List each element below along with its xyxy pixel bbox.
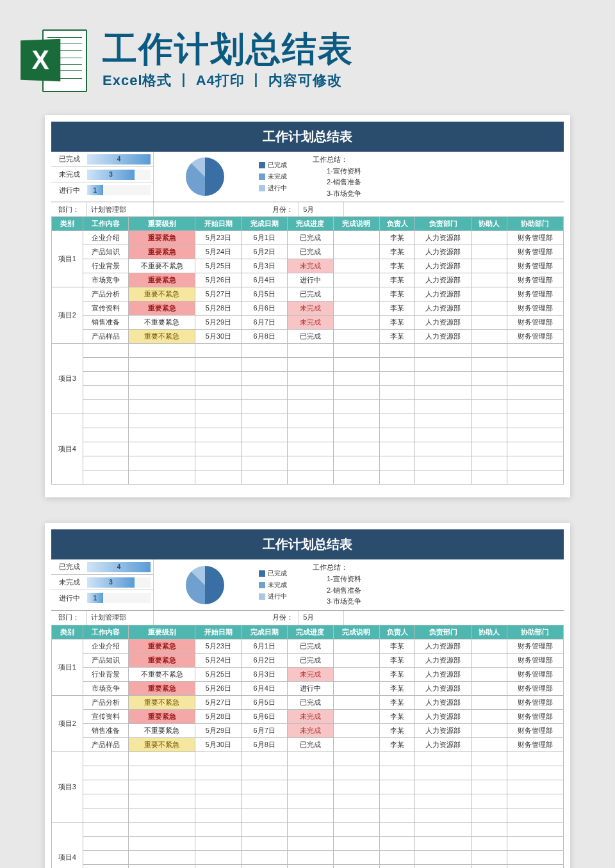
cell-start <box>195 850 242 864</box>
page-title: 工作计划总结表 <box>102 31 596 66</box>
column-header: 开始日期 <box>195 625 242 639</box>
cell-start: 5月30日 <box>195 330 242 344</box>
cell-helpdept <box>507 864 563 868</box>
cell-start: 5月26日 <box>195 273 242 287</box>
cell-dept <box>415 442 472 456</box>
cell-helpdept <box>507 470 563 485</box>
cell-content: 企业介绍 <box>83 231 129 245</box>
cell-helper <box>472 372 507 386</box>
cell-importance <box>129 751 195 766</box>
pie-icon <box>186 566 224 604</box>
cell-helper <box>472 273 507 287</box>
cell-start: 5月26日 <box>195 681 242 695</box>
cell-dept <box>415 428 472 442</box>
cell-start: 5月28日 <box>195 301 242 316</box>
cell-content <box>83 400 129 414</box>
category-cell: 项目2 <box>52 287 83 344</box>
cell-start <box>195 428 242 442</box>
cell-owner: 李某 <box>379 301 415 316</box>
cell-progress <box>288 808 334 822</box>
page-subtitle: Excel格式 丨 A4打印 丨 内容可修改 <box>102 71 596 90</box>
cell-content <box>83 442 129 456</box>
cell-progress: 已完成 <box>288 653 334 667</box>
cell-note <box>333 344 379 358</box>
cell-note <box>333 372 379 386</box>
cell-helper <box>472 695 507 709</box>
column-header: 工作内容 <box>83 217 129 231</box>
cell-content <box>83 864 129 868</box>
cell-owner <box>379 428 415 442</box>
cell-content: 产品样品 <box>83 737 129 751</box>
cell-importance <box>129 358 195 372</box>
cell-helpdept: 财务管理部 <box>507 709 563 723</box>
work-summary: 工作总结： 1-宣传资料 2-销售准备 3-市场竞争 <box>308 152 564 202</box>
pie-chart <box>154 152 256 202</box>
cell-importance <box>129 456 195 470</box>
cell-importance: 重要紧急 <box>129 301 195 316</box>
legend-swatch <box>259 582 265 588</box>
cell-start: 5月27日 <box>195 695 242 709</box>
cell-helpdept <box>507 751 563 766</box>
cell-helpdept: 财务管理部 <box>507 330 563 344</box>
cell-helpdept <box>507 794 563 808</box>
column-header: 类别 <box>52 217 83 231</box>
table-row: 市场竞争重要紧急5月26日6月4日进行中李某人力资源部财务管理部 <box>52 681 564 695</box>
cell-helper <box>472 822 507 836</box>
cell-content: 产品分析 <box>83 695 129 709</box>
cell-helper <box>472 681 507 695</box>
cell-end: 6月5日 <box>242 287 288 301</box>
cell-start <box>195 442 242 456</box>
cell-note <box>333 414 379 428</box>
cell-owner: 李某 <box>379 709 415 723</box>
column-header: 完成说明 <box>333 217 379 231</box>
cell-note <box>333 667 379 681</box>
cell-dept: 人力资源部 <box>415 639 472 653</box>
cell-note <box>333 470 379 485</box>
column-header: 协助部门 <box>507 625 563 639</box>
status-bar: 1 <box>87 185 151 195</box>
cell-helpdept <box>507 766 563 780</box>
cell-helper <box>472 287 507 301</box>
cell-dept <box>415 456 472 470</box>
cell-dept: 人力资源部 <box>415 737 472 751</box>
status-bars: 已完成4未完成3进行中1 <box>51 152 154 202</box>
status-bar-value: 3 <box>87 170 135 180</box>
cell-owner <box>379 470 415 485</box>
cell-progress: 未完成 <box>288 667 334 681</box>
column-header: 协助人 <box>472 217 507 231</box>
cell-helpdept: 财务管理部 <box>507 259 563 273</box>
plan-table: 类别工作内容重要级别开始日期完成日期完成进度完成说明负责人负责部门协助人协助部门… <box>51 216 564 485</box>
cell-helpdept <box>507 358 563 372</box>
summary-block: 已完成4未完成3进行中1已完成未完成进行中工作总结： 1-宣传资料 2-销售准备… <box>51 559 564 610</box>
legend-swatch <box>259 593 265 600</box>
cell-note <box>333 259 379 273</box>
cell-dept <box>415 400 472 414</box>
cell-content <box>83 386 129 400</box>
cell-note <box>333 231 379 245</box>
cell-helpdept <box>507 808 563 822</box>
cell-importance <box>129 864 195 868</box>
excel-badge-letter: X <box>20 39 60 82</box>
cell-content: 企业介绍 <box>83 639 129 653</box>
cell-content <box>83 766 129 780</box>
legend-swatch <box>259 173 265 180</box>
pie-icon <box>186 157 224 196</box>
cell-end: 6月5日 <box>242 695 288 709</box>
cell-helpdept <box>507 780 563 794</box>
cell-progress <box>288 372 334 386</box>
table-row <box>52 864 564 868</box>
cell-importance: 重要紧急 <box>129 273 195 287</box>
cell-progress <box>288 414 334 428</box>
cell-start: 5月29日 <box>195 723 242 737</box>
column-header: 重要级别 <box>129 625 195 639</box>
cell-end <box>242 442 288 456</box>
cell-start <box>195 836 242 850</box>
cell-importance: 不重要紧急 <box>129 316 195 330</box>
table-row: 市场竞争重要紧急5月26日6月4日进行中李某人力资源部财务管理部 <box>52 273 564 287</box>
cell-owner <box>379 794 415 808</box>
cell-start: 5月25日 <box>195 667 242 681</box>
category-cell: 项目3 <box>52 344 83 414</box>
cell-helper <box>472 808 507 822</box>
cell-importance <box>129 414 195 428</box>
cell-helper <box>472 259 507 273</box>
